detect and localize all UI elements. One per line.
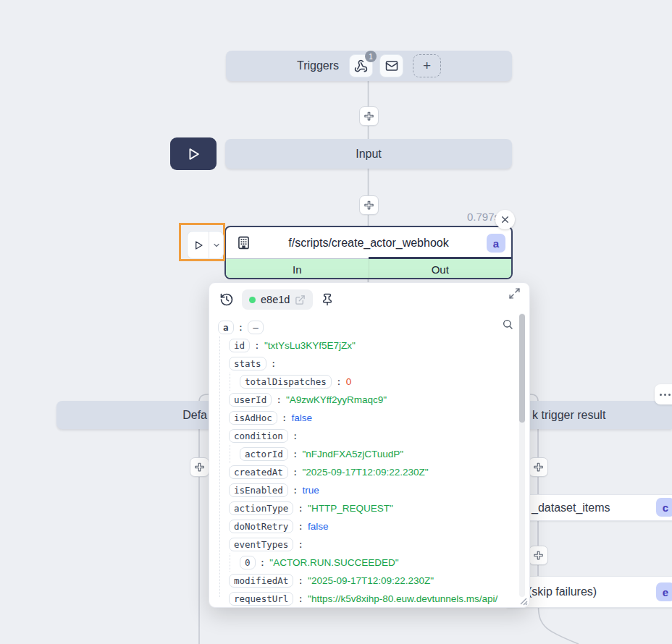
plus-icon [533,550,544,561]
json-colon: : [293,467,298,478]
step-duration: 0.797s [434,211,500,223]
json-key[interactable]: id [229,339,250,352]
json-key[interactable]: doNotRetry [229,520,293,533]
tab-in[interactable]: In [226,259,369,279]
branch-default-node[interactable]: Defa [56,401,210,429]
popup-scrollbar-thumb[interactable] [519,314,525,423]
expand-popup-button[interactable] [508,287,521,300]
json-row: 0:"ACTOR.RUN.SUCCEEDED" [218,554,511,572]
json-colon: : [336,376,342,387]
json-row: id:"txtYsLu3KYf5E7jZx" [218,336,511,355]
close-result-button[interactable] [495,210,515,229]
json-row: isAdHoc:false [218,409,511,427]
json-colon: : [298,593,303,604]
add-trigger-button[interactable]: + [413,54,441,77]
json-result-viewer: a:–id:"txtYsLu3KYf5E7jZx"stats:totalDisp… [218,318,511,607]
external-link-icon[interactable] [295,295,306,305]
json-colon: : [293,449,298,459]
script-step-node[interactable]: f/scripts/create_actor_webhook a In Out [224,226,513,279]
json-row: totalDispatches:0 [218,373,511,391]
flow-canvas[interactable]: Triggers 1 + Input 0.797s [0,0,672,644]
json-colon: : [293,485,298,496]
json-row: isEnabled:true [218,481,511,499]
run-options-button[interactable] [209,232,223,258]
json-key[interactable]: stats [229,357,266,370]
json-value: false [292,412,313,423]
insert-step-button[interactable] [359,195,379,215]
pin-icon[interactable] [321,293,334,306]
insert-step-button[interactable] [529,457,548,477]
plus-icon [533,462,544,473]
branch-check-trigger-node[interactable]: k trigger result [507,401,672,429]
json-key[interactable]: condition [229,429,288,443]
plus-icon [194,462,205,473]
webhook-icon [354,59,368,73]
insert-step-button[interactable] [190,457,209,477]
run-step-button[interactable] [188,232,209,258]
json-key[interactable]: userId [229,393,272,407]
json-key[interactable]: isAdHoc [229,411,277,425]
json-value: "2025-09-17T12:09:22.230Z" [308,575,434,586]
popup-resize-handle[interactable] [518,596,528,606]
json-value: "ACTOR.RUN.SUCCEEDED" [269,557,398,568]
play-icon [185,146,201,162]
skip-failures-label: (skip failures) [528,585,597,598]
json-key[interactable]: totalDispatches [240,375,332,389]
triggers-node[interactable]: Triggers 1 + [226,51,512,81]
json-colon: : [238,322,244,333]
json-key[interactable]: modifiedAt [229,574,293,588]
run-step-split-button[interactable] [187,231,224,259]
json-value: 0 [346,376,352,387]
json-key[interactable]: 0 [240,556,256,569]
run-id-label: e8e1d [261,294,290,305]
json-row: condition: [218,427,511,445]
plus-icon [364,111,374,122]
json-colon: : [298,521,303,532]
branch-check-trigger-label: k trigger result [532,409,605,422]
node-menu-button[interactable] [655,384,672,404]
json-key[interactable]: actorId [240,447,288,461]
json-row: requestUrl:"https://k5v8xihp-80.euw.devt… [218,590,511,607]
json-collapse-button[interactable]: – [248,321,264,334]
json-key[interactable]: requestUrl [229,592,293,606]
skip-failures-node[interactable]: (skip failures) e [507,576,672,608]
json-row: stats: [218,355,511,373]
json-value: "A9zwKYff2yyRmaqc9" [286,394,387,405]
step-id-badge[interactable]: a [487,234,505,253]
json-value: "https://k5v8xihp-80.euw.devtunnels.ms/a… [308,593,497,604]
json-colon: : [293,431,298,441]
json-key[interactable]: createdAt [229,465,288,479]
email-trigger-button[interactable] [379,54,403,77]
json-row: doNotRetry:false [218,517,511,535]
branch-default-label: Defa [182,409,207,422]
insert-step-button[interactable] [359,106,379,126]
step-run-focus-box [179,223,225,261]
history-icon[interactable] [219,292,234,307]
resize-grip-icon [518,596,528,606]
json-colon: : [298,503,303,514]
json-key[interactable]: isEnabled [229,483,288,497]
run-flow-button[interactable] [170,137,217,170]
run-id-pill[interactable]: e8e1d [242,289,313,310]
insert-step-button[interactable] [529,546,548,565]
json-row: createdAt:"2025-09-17T12:09:22.230Z" [218,463,511,481]
dataset-items-node[interactable]: _dataset_items c [507,494,672,521]
json-colon: : [298,575,303,586]
json-key[interactable]: eventTypes [229,538,293,551]
input-node[interactable]: Input [225,139,512,169]
json-value: false [308,521,329,532]
step-id-badge[interactable]: c [656,498,672,517]
json-key[interactable]: actionType [229,501,293,515]
tab-out[interactable]: Out [369,259,512,279]
json-row: modifiedAt:"2025-09-17T12:09:22.230Z" [218,572,511,590]
json-row: actorId:"nFJndFXA5zjCTuudP" [218,445,511,463]
active-tab-indicator [369,257,511,259]
mail-icon [385,59,398,72]
json-key[interactable]: a [218,321,234,334]
dataset-items-label: _dataset_items [532,501,610,514]
step-id-badge[interactable]: e [656,582,672,601]
plus-glyph: + [423,58,431,74]
result-popup: e8e1d a:–id:"txtYsLu3KYf5E7jZx"stats:tot… [209,282,530,608]
webhook-trigger-button[interactable]: 1 [349,54,373,77]
json-row: a:– [218,318,511,336]
